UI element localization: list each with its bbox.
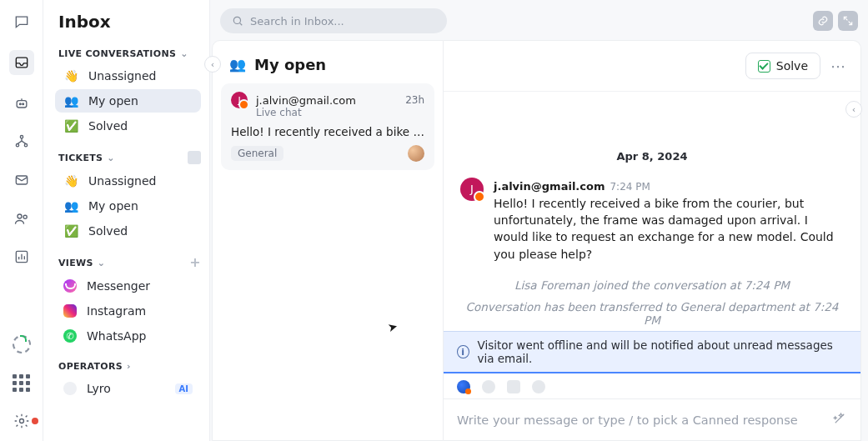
section-label: TICKETS [58, 153, 103, 163]
svg-point-11 [19, 419, 23, 423]
card-preview: Hello! I recently received a bike fro… [231, 125, 424, 138]
sidebar-item-solved[interactable]: ✅Solved [55, 114, 201, 138]
channel-livechat-icon[interactable] [457, 380, 470, 393]
copy-link-button[interactable] [813, 11, 833, 31]
info-icon: i [457, 345, 469, 358]
sidebar-item-label: Solved [88, 224, 128, 238]
sidebar-item-messenger[interactable]: Messenger [55, 274, 201, 298]
expand-button[interactable] [838, 11, 858, 31]
chat-icon[interactable] [12, 12, 32, 32]
wave-icon: 👋 [63, 69, 78, 83]
search-placeholder: Search in Inbox... [250, 15, 344, 28]
offline-banner: i Visitor went offline and will be notif… [444, 331, 860, 373]
contacts-icon[interactable] [12, 208, 32, 228]
conversation-card[interactable]: J j.alvin@gmail.com 23h Live chat Hello!… [221, 83, 434, 170]
sidebar-item-my-open[interactable]: 👥My open [55, 89, 201, 113]
svg-point-4 [20, 136, 23, 138]
check-icon: ✅ [63, 224, 78, 238]
ai-assist-icon[interactable] [832, 411, 847, 428]
svg-point-3 [22, 103, 23, 105]
search-icon [232, 15, 243, 27]
visitor-message: J j.alvin@gmail.com7:24 PM Hello! I rece… [460, 178, 844, 263]
visitor-avatar: J [231, 92, 248, 108]
apps-icon[interactable] [12, 373, 32, 393]
wave-icon: 👋 [63, 174, 78, 188]
card-source: Live chat [256, 107, 424, 118]
assignee-avatar [408, 145, 424, 162]
instagram-icon [63, 304, 77, 318]
svg-point-12 [233, 17, 240, 23]
people-icon: 👥 [63, 94, 78, 108]
tips-icon[interactable] [12, 334, 32, 354]
sidebar-item-label: Lyro [87, 382, 111, 395]
section-tickets[interactable]: TICKETS ⌄ [58, 151, 201, 164]
section-live-conversations[interactable]: LIVE CONVERSATIONS ⌄ [58, 48, 201, 59]
section-label: OPERATORS [58, 361, 123, 372]
message-body: Hello! I recently received a bike from t… [494, 195, 844, 263]
message-composer[interactable] [444, 398, 860, 440]
message-time: 7:24 PM [610, 181, 650, 193]
system-event-transferred: Conversation has been transferred to Gen… [460, 300, 844, 327]
page-title: Inbox [58, 12, 201, 32]
collapse-details-button[interactable]: ‹ [845, 101, 862, 118]
sidebar-item-lyro[interactable]: LyroAI [55, 377, 201, 400]
check-icon: ✅ [63, 119, 78, 133]
section-views[interactable]: VIEWS ⌄ + [58, 256, 201, 269]
more-actions-button[interactable]: ⋯ [827, 58, 849, 75]
messenger-icon [63, 279, 77, 293]
chevron-down-icon: ⌄ [107, 153, 115, 163]
sidebar-item-tickets-unassigned[interactable]: 👋Unassigned [55, 169, 201, 193]
channel-messenger-icon[interactable] [482, 380, 495, 393]
flows-icon[interactable] [12, 132, 32, 152]
channel-instagram-icon[interactable] [507, 380, 520, 393]
sidebar-item-tickets-solved[interactable]: ✅Solved [55, 219, 201, 243]
svg-rect-1 [17, 101, 27, 108]
card-from: j.alvin@gmail.com [256, 94, 356, 107]
whatsapp-icon: ✆ [63, 329, 77, 343]
chevron-down-icon: ⌄ [98, 258, 106, 268]
collapse-list-button[interactable]: ‹ [204, 56, 221, 73]
svg-point-6 [24, 144, 27, 147]
conversation-list: ‹ 👥 My open J j.alvin@gmail.com 23h Live… [212, 40, 444, 441]
bot-icon[interactable] [12, 93, 32, 113]
sidebar-item-label: Unassigned [88, 69, 156, 83]
sidebar-item-tickets-my-open[interactable]: 👥My open [55, 194, 201, 218]
settings-icon[interactable] [12, 411, 32, 431]
inbox-icon[interactable] [9, 50, 34, 75]
sidebar-item-label: Messenger [87, 279, 150, 293]
mouse-cursor-icon: ➤ [386, 319, 399, 334]
svg-point-5 [16, 144, 18, 147]
topbar: Search in Inbox... [210, 0, 868, 33]
sidebar-item-label: My open [88, 199, 138, 213]
ticket-settings-icon[interactable] [188, 151, 201, 164]
solve-button[interactable]: Solve [745, 53, 820, 79]
sidebar-item-label: Instagram [87, 304, 146, 318]
channel-whatsapp-icon[interactable] [532, 380, 545, 393]
section-label: LIVE CONVERSATIONS [58, 48, 176, 59]
sidebar-item-label: My open [88, 94, 138, 108]
sidebar-item-instagram[interactable]: Instagram [55, 299, 201, 323]
sidebar-item-unassigned[interactable]: 👋Unassigned [55, 64, 201, 88]
check-icon [758, 60, 770, 73]
svg-point-8 [18, 214, 22, 218]
section-label: VIEWS [58, 258, 93, 268]
chevron-down-icon: ⌄ [180, 48, 188, 59]
list-title: My open [254, 56, 326, 73]
section-operators[interactable]: OPERATORS › [58, 361, 201, 372]
system-event-joined: Lisa Foreman joined the conversation at … [460, 278, 844, 292]
visitor-avatar: J [460, 178, 484, 201]
card-time: 23h [405, 94, 424, 106]
mail-icon[interactable] [12, 170, 32, 190]
svg-rect-0 [16, 58, 27, 68]
people-icon: 👥 [63, 199, 78, 213]
solve-label: Solve [776, 59, 808, 73]
date-separator: Apr 8, 2024 [460, 150, 844, 163]
people-icon: 👥 [229, 57, 246, 73]
add-view-icon[interactable]: + [189, 256, 201, 269]
composer-input[interactable] [457, 413, 832, 427]
sidebar-item-label: Unassigned [88, 174, 156, 188]
analytics-icon[interactable] [12, 247, 32, 267]
search-input[interactable]: Search in Inbox... [220, 8, 447, 33]
sidebar-item-whatsapp[interactable]: ✆WhatsApp [55, 324, 201, 348]
sidebar-item-label: WhatsApp [87, 329, 146, 343]
